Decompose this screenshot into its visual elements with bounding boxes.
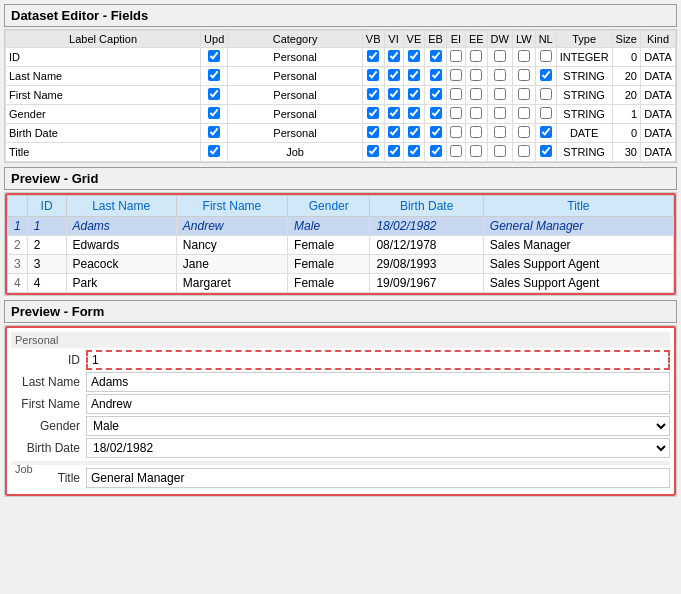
editor-row-vb[interactable] <box>362 48 384 67</box>
editor-row-upd[interactable] <box>201 143 228 162</box>
editor-row-lw[interactable] <box>512 48 535 67</box>
page-wrapper: Dataset Editor - Fields Label Caption Up… <box>0 0 681 505</box>
grid-cell-id: 1 <box>27 217 66 236</box>
editor-row-kind: DATA <box>641 86 676 105</box>
editor-row-kind: DATA <box>641 105 676 124</box>
editor-row-eb[interactable] <box>425 86 447 105</box>
editor-row-upd[interactable] <box>201 67 228 86</box>
editor-row-ee[interactable] <box>465 124 487 143</box>
editor-row-kind: DATA <box>641 124 676 143</box>
editor-row-ve[interactable] <box>403 48 425 67</box>
editor-row-lw[interactable] <box>512 67 535 86</box>
grid-cell-gender: Male <box>288 217 370 236</box>
editor-row-dw[interactable] <box>487 105 512 124</box>
form-input-firstname[interactable] <box>86 394 670 414</box>
editor-row-eb[interactable] <box>425 67 447 86</box>
editor-row-vi[interactable] <box>384 67 403 86</box>
editor-row-dw[interactable] <box>487 67 512 86</box>
grid-cell-gender: Female <box>288 255 370 274</box>
form-select-gender[interactable]: Male Female <box>86 416 670 436</box>
editor-row-vi[interactable] <box>384 86 403 105</box>
editor-row-ve[interactable] <box>403 124 425 143</box>
editor-row-size: 20 <box>612 86 640 105</box>
editor-row-ve[interactable] <box>403 143 425 162</box>
editor-row-ei[interactable] <box>446 48 465 67</box>
editor-row-nl[interactable] <box>535 48 556 67</box>
editor-row-vb[interactable] <box>362 67 384 86</box>
editor-row-upd[interactable] <box>201 105 228 124</box>
editor-row-upd[interactable] <box>201 48 228 67</box>
editor-row-eb[interactable] <box>425 143 447 162</box>
preview-grid-header: Preview - Grid <box>4 167 677 190</box>
editor-row-size: 1 <box>612 105 640 124</box>
grid-cell-id: 2 <box>27 236 66 255</box>
editor-row-type: STRING <box>556 105 612 124</box>
col-header-vb: VB <box>362 31 384 48</box>
editor-row-ee[interactable] <box>465 86 487 105</box>
editor-row-nl[interactable] <box>535 67 556 86</box>
editor-row-lw[interactable] <box>512 124 535 143</box>
editor-row-ei[interactable] <box>446 124 465 143</box>
col-header-grid-gender: Gender <box>288 196 370 217</box>
col-header-eb: EB <box>425 31 447 48</box>
editor-row-lw[interactable] <box>512 105 535 124</box>
editor-row-vi[interactable] <box>384 48 403 67</box>
grid-row[interactable]: 1 1 Adams Andrew Male 18/02/1982 General… <box>8 217 674 236</box>
editor-row-ve[interactable] <box>403 67 425 86</box>
col-header-dw: DW <box>487 31 512 48</box>
editor-row-eb[interactable] <box>425 105 447 124</box>
col-header-upd: Upd <box>201 31 228 48</box>
editor-row-vb[interactable] <box>362 86 384 105</box>
editor-row-vb[interactable] <box>362 143 384 162</box>
editor-row-dw[interactable] <box>487 143 512 162</box>
editor-row-ei[interactable] <box>446 67 465 86</box>
form-row-gender: Gender Male Female <box>11 416 670 436</box>
col-header-grid-birthdate: Birth Date <box>370 196 483 217</box>
editor-row-ei[interactable] <box>446 143 465 162</box>
editor-row-ee[interactable] <box>465 143 487 162</box>
editor-row-vb[interactable] <box>362 124 384 143</box>
editor-row-lw[interactable] <box>512 143 535 162</box>
editor-row-vi[interactable] <box>384 143 403 162</box>
editor-row-lw[interactable] <box>512 86 535 105</box>
editor-row-type: INTEGER <box>556 48 612 67</box>
editor-row-size: 20 <box>612 67 640 86</box>
form-input-lastname[interactable] <box>86 372 670 392</box>
editor-row-ve[interactable] <box>403 86 425 105</box>
editor-row-type: STRING <box>556 67 612 86</box>
editor-row-nl[interactable] <box>535 124 556 143</box>
grid-row[interactable]: 3 3 Peacock Jane Female 29/08/1993 Sales… <box>8 255 674 274</box>
grid-row[interactable]: 2 2 Edwards Nancy Female 08/12/1978 Sale… <box>8 236 674 255</box>
col-header-lw: LW <box>512 31 535 48</box>
editor-row-nl[interactable] <box>535 143 556 162</box>
editor-row-type: STRING <box>556 143 612 162</box>
editor-row-vi[interactable] <box>384 124 403 143</box>
editor-row-vi[interactable] <box>384 105 403 124</box>
editor-row-nl[interactable] <box>535 105 556 124</box>
form-select-birthdate[interactable]: 18/02/1982 <box>86 438 670 458</box>
editor-row-upd[interactable] <box>201 86 228 105</box>
grid-cell-title: General Manager <box>483 217 673 236</box>
editor-row-ve[interactable] <box>403 105 425 124</box>
editor-row-dw[interactable] <box>487 86 512 105</box>
form-wrapper: Personal ID Last Name First Na <box>5 326 676 496</box>
editor-row-vb[interactable] <box>362 105 384 124</box>
editor-row-ee[interactable] <box>465 48 487 67</box>
editor-row-eb[interactable] <box>425 124 447 143</box>
form-label-title: Title <box>11 471 86 485</box>
editor-row-nl[interactable] <box>535 86 556 105</box>
form-input-id[interactable] <box>86 350 670 370</box>
editor-row-ee[interactable] <box>465 105 487 124</box>
dataset-editor-title: Dataset Editor - Fields <box>11 8 148 23</box>
editor-row-dw[interactable] <box>487 48 512 67</box>
editor-row-eb[interactable] <box>425 48 447 67</box>
editor-row-ei[interactable] <box>446 105 465 124</box>
editor-row-dw[interactable] <box>487 124 512 143</box>
editor-row-upd[interactable] <box>201 124 228 143</box>
form-input-title[interactable] <box>86 468 670 488</box>
editor-row-ee[interactable] <box>465 67 487 86</box>
editor-row-kind: DATA <box>641 143 676 162</box>
grid-row[interactable]: 4 4 Park Margaret Female 19/09/1967 Sale… <box>8 274 674 293</box>
grid-cell-birthdate: 19/09/1967 <box>370 274 483 293</box>
editor-row-ei[interactable] <box>446 86 465 105</box>
